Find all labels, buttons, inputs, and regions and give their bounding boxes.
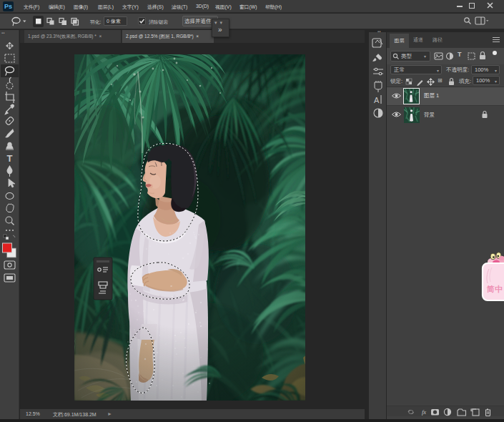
- svg-text:A: A: [374, 96, 380, 104]
- svg-text:简中: 简中: [486, 285, 503, 293]
- svg-text:fx: fx: [422, 408, 426, 416]
- svg-text:T: T: [7, 153, 13, 164]
